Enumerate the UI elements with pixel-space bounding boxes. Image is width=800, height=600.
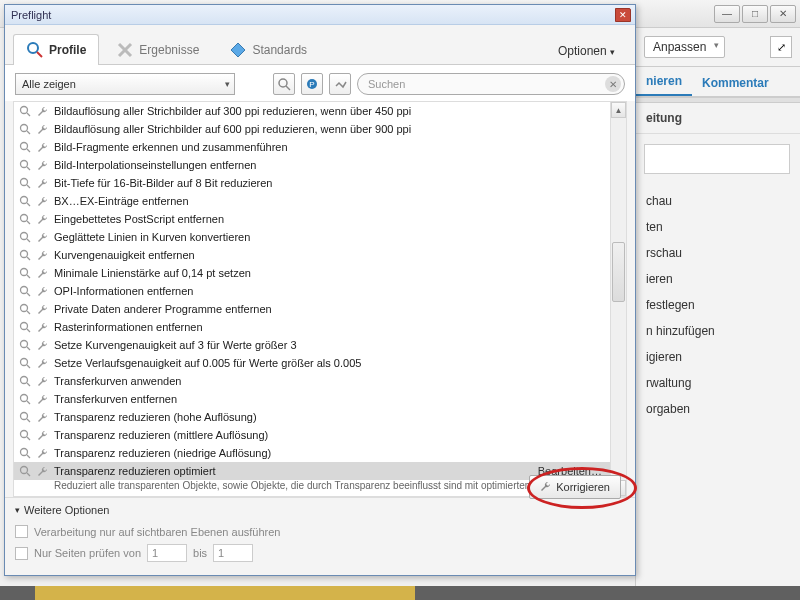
list-item[interactable]: Eingebettetes PostScript entfernen: [14, 210, 626, 228]
list-item-label: Rasterinformationen entfernen: [54, 321, 203, 333]
list-item[interactable]: Transparenz reduzieren (mittlere Auflösu…: [14, 426, 626, 444]
list-item-label: Bildauflösung aller Strichbilder auf 300…: [54, 105, 411, 117]
list-item[interactable]: Kurvengenauigkeit entfernen: [14, 246, 626, 264]
list-item-label: Bildauflösung aller Strichbilder auf 600…: [54, 123, 411, 135]
tab-ergebnisse[interactable]: Ergebnisse: [103, 34, 212, 65]
list-item-label: Bild-Interpolationseinstellungen entfern…: [54, 159, 256, 171]
rp-item[interactable]: orgaben: [636, 396, 800, 422]
rp-item[interactable]: ten: [636, 214, 800, 240]
list-item-label: Transparenz reduzieren (niedrige Auflösu…: [54, 447, 271, 459]
list-item[interactable]: Transparenz reduzieren (hohe Auflösung): [14, 408, 626, 426]
search-input[interactable]: Suchen ✕: [357, 73, 625, 95]
tab-nieren[interactable]: nieren: [636, 68, 692, 96]
tab-kommentar[interactable]: Kommentar: [692, 70, 779, 96]
list-item[interactable]: Setze Kurvengenauigkeit auf 3 für Werte …: [14, 336, 626, 354]
magnify-icon: [18, 356, 32, 370]
svg-line-48: [27, 455, 30, 458]
magnify-icon: [18, 428, 32, 442]
svg-line-1: [37, 52, 42, 57]
maximize-button[interactable]: □: [742, 5, 768, 23]
svg-point-9: [21, 107, 28, 114]
toolbar-btn-2[interactable]: P: [301, 73, 323, 95]
list-item[interactable]: Bildauflösung aller Strichbilder auf 300…: [14, 102, 626, 120]
close-button[interactable]: ✕: [770, 5, 796, 23]
svg-line-30: [27, 293, 30, 296]
svg-point-43: [21, 413, 28, 420]
wrench-icon: [36, 194, 50, 208]
list-item[interactable]: Bit-Tiefe für 16-Bit-Bilder auf 8 Bit re…: [14, 174, 626, 192]
list-item[interactable]: Private Daten anderer Programme entferne…: [14, 300, 626, 318]
list-item-label: Transparenz reduzieren (mittlere Auflösu…: [54, 429, 268, 441]
list-item[interactable]: Minimale Linienstärke auf 0,14 pt setzen: [14, 264, 626, 282]
wrench-icon: [36, 446, 50, 460]
rp-item[interactable]: ieren: [636, 266, 800, 292]
svg-point-21: [21, 215, 28, 222]
expand-icon[interactable]: ⤢: [770, 36, 792, 58]
list-item[interactable]: Transferkurven anwenden: [14, 372, 626, 390]
svg-text:P: P: [309, 80, 314, 89]
svg-line-24: [27, 239, 30, 242]
checkbox-visible-layers[interactable]: [15, 525, 28, 538]
page-range-label-to: bis: [193, 547, 207, 559]
rp-item[interactable]: festlegen: [636, 292, 800, 318]
svg-point-35: [21, 341, 28, 348]
page-from-input[interactable]: 1: [147, 544, 187, 562]
tab-profile[interactable]: Profile: [13, 34, 99, 65]
wrench-icon: [36, 266, 50, 280]
wrench-icon: [36, 176, 50, 190]
list-item[interactable]: OPI-Informationen entfernen: [14, 282, 626, 300]
svg-line-32: [27, 311, 30, 314]
magnify-icon: [18, 410, 32, 424]
minimize-button[interactable]: —: [714, 5, 740, 23]
wrench-icon: [36, 410, 50, 424]
list-item-label: Bild-Fragmente erkennen und zusammenführ…: [54, 141, 288, 153]
svg-line-40: [27, 383, 30, 386]
svg-line-20: [27, 203, 30, 206]
wrench-icon: [36, 428, 50, 442]
rp-item[interactable]: igieren: [636, 344, 800, 370]
weitere-optionen-toggle[interactable]: ▾ Weitere Optionen: [15, 502, 625, 522]
customize-dropdown[interactable]: Anpassen: [644, 36, 725, 58]
rp-item[interactable]: n hinzufügen: [636, 318, 800, 344]
checkbox-page-range[interactable]: [15, 547, 28, 560]
list-item-label: Setze Kurvengenauigkeit auf 3 für Werte …: [54, 339, 297, 351]
dialog-close-icon[interactable]: ✕: [615, 8, 631, 22]
list-item[interactable]: Bildauflösung aller Strichbilder auf 600…: [14, 120, 626, 138]
list-item[interactable]: Bild-Interpolationseinstellungen entfern…: [14, 156, 626, 174]
wrench-icon: [36, 374, 50, 388]
options-menu[interactable]: Optionen ▾: [546, 38, 627, 64]
list-item[interactable]: Transparenz reduzieren (niedrige Auflösu…: [14, 444, 626, 462]
svg-point-25: [21, 251, 28, 258]
list-item[interactable]: Geglättete Linien in Kurven konvertieren: [14, 228, 626, 246]
list-item-label: OPI-Informationen entfernen: [54, 285, 193, 297]
preflight-dialog: Preflight ✕ Profile Ergebnisse Standards…: [4, 4, 636, 576]
scrollbar[interactable]: ▲ ▼: [610, 102, 626, 496]
list-item-label: Minimale Linienstärke auf 0,14 pt setzen: [54, 267, 251, 279]
tab-standards[interactable]: Standards: [216, 34, 320, 65]
list-item[interactable]: Bild-Fragmente erkennen und zusammenführ…: [14, 138, 626, 156]
rp-item[interactable]: rschau: [636, 240, 800, 266]
list-item-label: Setze Verlaufsgenauigkeit auf 0.005 für …: [54, 357, 361, 369]
rp-item[interactable]: chau: [636, 188, 800, 214]
list-item[interactable]: Setze Verlaufsgenauigkeit auf 0.005 für …: [14, 354, 626, 372]
list-item[interactable]: Transferkurven entfernen: [14, 390, 626, 408]
page-to-input[interactable]: 1: [213, 544, 253, 562]
filter-dropdown[interactable]: Alle zeigen: [15, 73, 235, 95]
korrigieren-button[interactable]: Korrigieren: [529, 475, 621, 499]
clear-search-icon[interactable]: ✕: [605, 76, 621, 92]
list-item-label: Bit-Tiefe für 16-Bit-Bilder auf 8 Bit re…: [54, 177, 272, 189]
magnify-icon: [18, 194, 32, 208]
svg-line-16: [27, 167, 30, 170]
list-item[interactable]: BX…EX-Einträge entfernen: [14, 192, 626, 210]
tab-profile-label: Profile: [49, 43, 86, 57]
svg-point-27: [21, 269, 28, 276]
wrench-icon: [36, 158, 50, 172]
profile-list[interactable]: Bildauflösung aller Strichbilder auf 300…: [14, 102, 626, 496]
svg-point-49: [21, 467, 28, 474]
svg-line-28: [27, 275, 30, 278]
rp-item[interactable]: rwaltung: [636, 370, 800, 396]
toolbar-btn-3[interactable]: [329, 73, 351, 95]
toolbar-btn-1[interactable]: [273, 73, 295, 95]
profile-icon: [26, 41, 44, 59]
list-item[interactable]: Rasterinformationen entfernen: [14, 318, 626, 336]
